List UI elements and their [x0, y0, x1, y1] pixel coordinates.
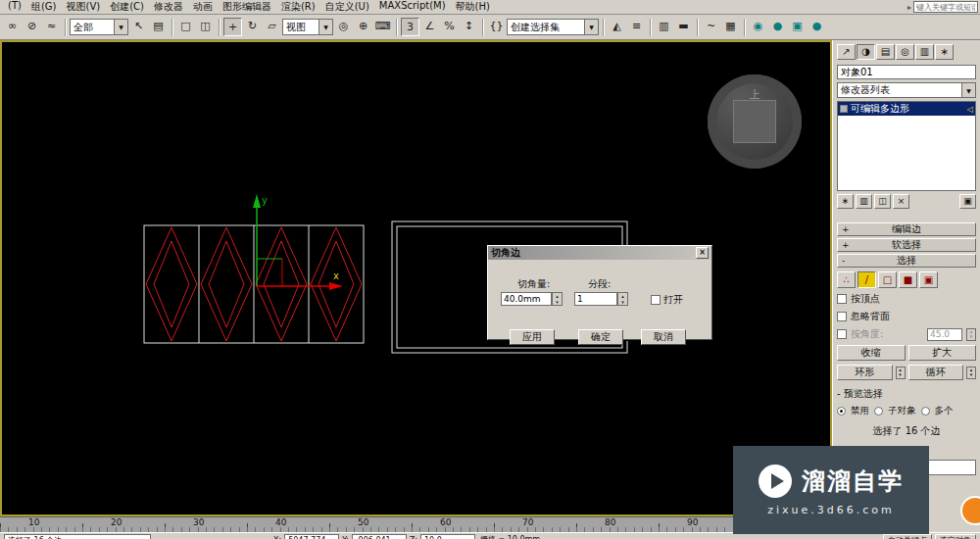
ring-spinner[interactable]: ▴▾ [896, 367, 906, 379]
configure-modifier-sets-icon[interactable]: ▣ [959, 194, 976, 209]
border-mode-icon[interactable]: □ [878, 271, 897, 288]
edit-named-selection-icon[interactable]: {} [487, 18, 506, 36]
checkbox-box[interactable] [837, 329, 847, 339]
ring-button[interactable]: 环形 [837, 365, 893, 380]
segments-field[interactable] [574, 292, 617, 306]
angle-snap-icon[interactable]: ∠ [420, 18, 439, 36]
menu-item[interactable]: (T) [3, 0, 26, 14]
selection-region-icon[interactable]: □ [176, 18, 195, 36]
mirror-icon[interactable]: ◭ [608, 18, 626, 36]
reference-coordinate-dropdown[interactable]: 视图 ▼ [282, 19, 333, 35]
snap-toggle-icon[interactable]: 3 [401, 18, 419, 36]
keyboard-shortcut-override-icon[interactable]: ⌨ [373, 18, 392, 36]
show-end-result-icon[interactable]: ▥ [856, 194, 872, 209]
modify-tab[interactable]: ◑ [857, 44, 875, 60]
align-icon[interactable]: ≡ [627, 18, 646, 36]
menu-item[interactable]: 图形编辑器 [218, 0, 276, 14]
modifier-stack-item[interactable]: 可编辑多边形 ◁ [838, 102, 975, 116]
menu-item[interactable]: 帮助(H) [451, 0, 495, 14]
collapse-icon: - [842, 256, 845, 266]
view-cube-face[interactable] [733, 100, 776, 143]
polygon-mode-icon[interactable]: ■ [899, 271, 917, 288]
menu-item[interactable]: 视图(V) [61, 0, 105, 14]
open-checkbox[interactable]: 打开 [651, 293, 683, 307]
auto-key-button[interactable]: 自动关键点 [883, 534, 932, 539]
by-vertex-checkbox[interactable]: 按顶点 [837, 292, 976, 306]
ignore-backfacing-label: 忽略背面 [851, 310, 890, 323]
material-editor-icon[interactable]: ◉ [749, 18, 767, 36]
rollout-soft-selection[interactable]: + 软选择 [837, 238, 976, 252]
percent-snap-icon[interactable]: % [440, 18, 459, 36]
pin-stack-icon[interactable]: ∗ [837, 194, 854, 209]
chamfer-amount-spinner[interactable]: ▴▾ [552, 292, 563, 306]
display-tab[interactable]: ▥ [915, 44, 934, 60]
menu-item[interactable]: MAXScript(M) [374, 0, 451, 14]
edge-mode-icon[interactable]: / [858, 271, 876, 288]
preview-disable-radio[interactable] [837, 407, 846, 416]
render-frame-window-icon[interactable]: ▣ [788, 18, 807, 36]
visibility-icon[interactable]: ◁ [967, 105, 973, 114]
object-name-field[interactable] [837, 65, 976, 79]
cancel-button[interactable]: 取消 [641, 329, 686, 345]
spinner-snap-icon[interactable]: ↕ [460, 18, 478, 36]
menu-item[interactable]: 自定义(U) [320, 0, 374, 14]
curve-editor-icon[interactable]: ~ [702, 18, 720, 36]
remove-modifier-icon[interactable]: × [893, 194, 909, 209]
make-unique-icon[interactable]: ◫ [874, 194, 891, 209]
schematic-view-icon[interactable]: ▦ [721, 18, 740, 36]
use-pivot-center-icon[interactable]: ◎ [334, 18, 353, 36]
angle-spinner[interactable]: ▴▾ [966, 328, 976, 341]
chamfer-amount-field[interactable] [501, 292, 552, 306]
loop-spinner[interactable]: ▴▾ [966, 367, 976, 379]
layer-manager-icon[interactable]: ▥ [655, 18, 673, 36]
selection-filter-dropdown[interactable]: 全部 ▼ [70, 19, 128, 35]
hierarchy-tab[interactable]: ▤ [876, 44, 895, 60]
menu-item[interactable]: 动画 [188, 0, 218, 14]
x-coordinate-field[interactable]: 5047.774 [284, 534, 339, 539]
menu-item[interactable]: 渲染(R) [276, 0, 320, 14]
ignore-backfacing-checkbox[interactable]: 忽略背面 [837, 310, 976, 323]
render-production-icon[interactable]: ● [808, 18, 826, 36]
loop-button[interactable]: 循环 [908, 365, 964, 380]
grow-button[interactable]: 扩大 [908, 345, 977, 361]
ok-button[interactable]: 确定 [578, 329, 623, 345]
segments-spinner[interactable]: ▴▾ [617, 292, 628, 306]
select-and-move-icon[interactable]: + [223, 18, 242, 36]
motion-tab[interactable]: ◎ [896, 44, 914, 60]
select-by-name-icon[interactable]: ▤ [149, 18, 168, 36]
select-object-icon[interactable]: ↖ [129, 18, 148, 36]
named-selection-set-combo[interactable]: 创建选择集 ▼ [507, 19, 599, 35]
menu-item[interactable]: 创建(C) [105, 0, 149, 14]
angle-field[interactable] [927, 328, 962, 341]
shrink-button[interactable]: 收缩 [837, 345, 906, 361]
rollout-edit-edges[interactable]: + 编辑边 [837, 222, 976, 236]
menu-item[interactable]: 修改器 [149, 0, 188, 14]
selected-filter-button[interactable]: 选定对象 [935, 534, 976, 539]
select-and-scale-icon[interactable]: ▱ [263, 18, 281, 36]
search-input[interactable] [913, 1, 978, 13]
time-ruler[interactable]: 102030405060708090 [0, 516, 832, 532]
preview-multiple-radio[interactable] [921, 407, 930, 416]
preview-subobject-radio[interactable] [874, 407, 883, 416]
menu-item[interactable]: 组(G) [26, 0, 62, 14]
unlink-selection-icon[interactable]: ⊘ [23, 18, 41, 36]
apply-button[interactable]: 应用 [510, 329, 555, 345]
render-setup-icon[interactable]: ● [768, 18, 787, 36]
bind-to-space-warp-icon[interactable]: ≈ [42, 18, 61, 36]
select-and-manipulate-icon[interactable]: ⊕ [354, 18, 372, 36]
create-tab[interactable]: ↗ [837, 44, 856, 60]
dialog-titlebar[interactable]: 切角边 × [488, 246, 711, 260]
z-coordinate-field[interactable]: 10.0 [420, 534, 475, 539]
y-coordinate-field[interactable]: -996.041 [352, 534, 407, 539]
vertex-mode-icon[interactable]: ∴ [837, 271, 856, 288]
close-icon[interactable]: × [696, 247, 709, 259]
graphite-ribbon-icon[interactable]: ▬ [674, 18, 693, 36]
window-crossing-icon[interactable]: ◫ [196, 18, 215, 36]
rollout-selection[interactable]: - 选择 [837, 254, 976, 268]
modifier-list-dropdown[interactable]: 修改器列表 ▼ [837, 82, 976, 98]
element-mode-icon[interactable]: ▣ [919, 271, 938, 288]
view-cube[interactable]: 上 [708, 74, 802, 169]
select-and-link-icon[interactable]: ∞ [3, 18, 22, 36]
select-and-rotate-icon[interactable]: ↻ [243, 18, 262, 36]
utilities-tab[interactable]: ∗ [935, 44, 954, 60]
